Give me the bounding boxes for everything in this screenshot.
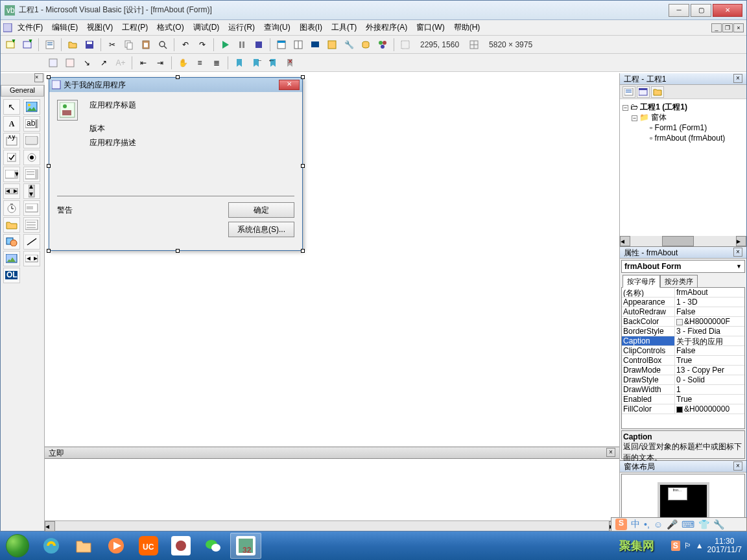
close-button[interactable]: ✕ bbox=[713, 4, 742, 17]
tray-up-icon[interactable]: ▲ bbox=[696, 541, 704, 550]
frmabout-node[interactable]: frmAbout (frmAbout) bbox=[655, 134, 726, 143]
menu-project[interactable]: 工程(P) bbox=[118, 21, 152, 34]
bookmark-clear[interactable]: × bbox=[283, 56, 297, 70]
view-code-button[interactable] bbox=[622, 86, 635, 98]
redo-button[interactable]: ↷ bbox=[195, 38, 209, 52]
checkbox-tool[interactable] bbox=[3, 150, 20, 165]
listbox-tool[interactable] bbox=[23, 167, 40, 182]
prop-row[interactable]: BorderStyle3 - Fixed Dia bbox=[622, 327, 744, 336]
toolbox-button[interactable]: 🔧 bbox=[342, 38, 356, 52]
menu-view[interactable]: 视图(V) bbox=[83, 21, 117, 34]
pointer-tool[interactable]: ↖ bbox=[3, 99, 20, 115]
save-button[interactable] bbox=[82, 38, 97, 52]
line-tool[interactable] bbox=[23, 234, 40, 250]
ime-voice-icon[interactable]: 🎤 bbox=[667, 519, 678, 530]
ime-punct-icon[interactable]: •, bbox=[644, 519, 650, 530]
menu-format[interactable]: 格式(O) bbox=[153, 21, 187, 34]
data-tool[interactable]: ◂▸ bbox=[23, 251, 40, 266]
menu-query[interactable]: 查询(U) bbox=[260, 21, 294, 34]
drivelistbox-tool[interactable] bbox=[23, 200, 40, 216]
mdi-close[interactable]: × bbox=[733, 23, 744, 32]
mdi-minimize[interactable]: _ bbox=[711, 23, 722, 32]
menu-help[interactable]: 帮助(H) bbox=[450, 21, 484, 34]
frame-tool[interactable]: xy bbox=[3, 133, 20, 148]
taskbar-explorer[interactable] bbox=[68, 533, 99, 559]
menu-edit[interactable]: 编辑(E) bbox=[48, 21, 82, 34]
prop-row[interactable]: DrawMode13 - Copy Per bbox=[622, 366, 744, 375]
hscrollbar-tool[interactable]: ◂▸ bbox=[3, 183, 20, 199]
menu-run[interactable]: 运行(R) bbox=[224, 21, 259, 34]
cut-button[interactable]: ✂ bbox=[105, 38, 119, 52]
form1-node[interactable]: Form1 (Form1) bbox=[655, 123, 707, 132]
taskbar-vb[interactable]: 32 bbox=[230, 533, 261, 559]
immediate-window[interactable] bbox=[45, 458, 619, 520]
object-combo[interactable]: frmAbout Form▼ bbox=[621, 260, 745, 273]
project-close[interactable]: × bbox=[733, 74, 742, 83]
project-tree[interactable]: −🗁 工程1 (工程1) −📁 窗体 ▫ Form1 (Form1) ▫ frm… bbox=[620, 99, 746, 236]
description-label[interactable]: 应用程序描述 bbox=[89, 137, 136, 148]
properties-grid[interactable]: (名称)frmAboutAppearance1 - 3DAutoRedrawFa… bbox=[621, 287, 745, 429]
end-button[interactable] bbox=[252, 38, 266, 52]
indent-button[interactable]: ⇤ bbox=[136, 56, 150, 70]
ole-tool[interactable]: OLE bbox=[3, 268, 20, 283]
bookmark-prev[interactable]: ← bbox=[266, 56, 280, 70]
shape-tool[interactable] bbox=[3, 234, 20, 250]
label-tool[interactable]: A bbox=[3, 116, 20, 132]
find-button[interactable] bbox=[156, 38, 170, 52]
toggle-folders-button[interactable] bbox=[651, 86, 664, 98]
taskbar-app1[interactable] bbox=[165, 533, 196, 559]
prop-row[interactable]: AutoRedrawFalse bbox=[622, 307, 744, 317]
sogou-icon[interactable]: S bbox=[615, 519, 627, 530]
filelistbox-tool[interactable] bbox=[23, 217, 40, 233]
comment-button[interactable]: ≡ bbox=[193, 56, 207, 70]
toolbox-tab[interactable]: General bbox=[1, 85, 44, 97]
prop-row[interactable]: ControlBoxTrue bbox=[622, 356, 744, 366]
data-view-button[interactable] bbox=[359, 38, 373, 52]
combobox-tool[interactable]: ▾ bbox=[3, 167, 20, 182]
object-browser-button[interactable] bbox=[325, 38, 339, 52]
tb-btn-5[interactable]: A+ bbox=[113, 56, 128, 70]
prop-row[interactable]: EnabledTrue bbox=[622, 395, 744, 404]
menu-file[interactable]: 文件(F) bbox=[14, 21, 47, 34]
open-button[interactable] bbox=[65, 38, 80, 52]
component-button[interactable] bbox=[375, 38, 390, 52]
taskbar-uc[interactable]: UC bbox=[133, 533, 164, 559]
menu-tools[interactable]: 工具(T) bbox=[327, 21, 361, 34]
prop-row[interactable]: FillColor&H00000000 bbox=[622, 404, 744, 414]
alpha-tab[interactable]: 按字母序 bbox=[622, 275, 660, 288]
prop-row[interactable]: ClipControlsFalse bbox=[622, 346, 744, 356]
forms-folder-node[interactable]: 窗体 bbox=[651, 113, 667, 122]
add-form-button[interactable]: ▾ bbox=[20, 38, 34, 52]
immediate-hscroll[interactable]: ◂▸ bbox=[45, 520, 619, 531]
outdent-button[interactable]: ⇥ bbox=[153, 56, 167, 70]
picturebox-tool[interactable] bbox=[23, 99, 40, 115]
form-thumb[interactable]: frm... bbox=[668, 487, 687, 500]
about-form[interactable]: 关于我的应用程序 ✕ 应用程序标题 版本 应用程序描述 警告 确定 系统信息(S… bbox=[49, 77, 303, 251]
minimize-button[interactable]: ─ bbox=[669, 4, 689, 17]
add-project-button[interactable]: ▾ bbox=[3, 38, 18, 52]
tb-btn-4[interactable]: ↗ bbox=[97, 56, 111, 70]
app-title-label[interactable]: 应用程序标题 bbox=[89, 100, 136, 111]
layout-close[interactable]: × bbox=[733, 461, 742, 471]
project-explorer-button[interactable] bbox=[274, 38, 289, 52]
tb-btn-1[interactable] bbox=[46, 56, 60, 70]
project-hscroll[interactable]: ◂▸ bbox=[620, 236, 746, 246]
prop-row[interactable]: Caption关于我的应用 bbox=[622, 336, 744, 346]
form-designer[interactable]: 关于我的应用程序 ✕ 应用程序标题 版本 应用程序描述 警告 确定 系统信息(S… bbox=[45, 73, 619, 447]
separator-line[interactable] bbox=[57, 196, 294, 196]
menu-addins[interactable]: 外接程序(A) bbox=[362, 21, 411, 34]
prop-row[interactable]: (名称)frmAbout bbox=[622, 288, 744, 298]
ime-keyboard-icon[interactable]: ⌨ bbox=[682, 519, 694, 530]
sysinfo-button[interactable]: 系统信息(S)... bbox=[228, 222, 294, 237]
vscrollbar-tool[interactable]: ▴▾ bbox=[23, 183, 40, 199]
form-close-button[interactable]: ✕ bbox=[279, 80, 300, 90]
tray-date[interactable]: 2017/11/7 bbox=[707, 546, 742, 554]
immediate-close[interactable]: × bbox=[606, 448, 615, 457]
ime-settings-icon[interactable]: 🔧 bbox=[713, 519, 724, 530]
warning-label[interactable]: 警告 bbox=[57, 205, 73, 216]
ok-button[interactable]: 确定 bbox=[228, 202, 294, 218]
menu-diagram[interactable]: 图表(I) bbox=[296, 21, 326, 34]
start-button[interactable] bbox=[0, 531, 35, 560]
textbox-tool[interactable]: ab| bbox=[23, 116, 40, 132]
taskbar-ie[interactable] bbox=[36, 533, 67, 559]
